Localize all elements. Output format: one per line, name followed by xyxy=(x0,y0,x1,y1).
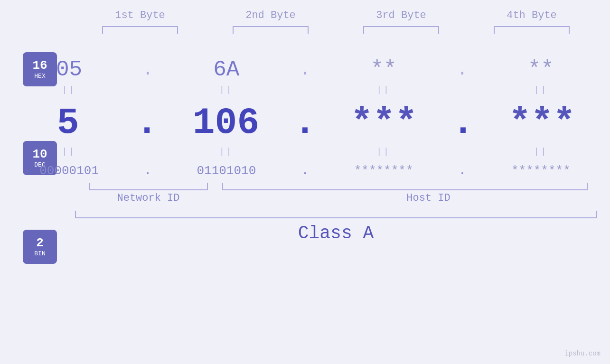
bin-b2-value: 01101010 xyxy=(197,164,256,178)
byte3-header: 3rd Byte xyxy=(336,9,467,21)
dec-dot1: . xyxy=(136,102,158,144)
bin-dot3-sym: . xyxy=(459,164,466,178)
eq1-b4: || xyxy=(472,85,610,94)
bin-row: 00000101 . 01101010 . ******** . *******… xyxy=(0,164,610,178)
watermark: ipshu.com xyxy=(564,350,601,357)
network-id-label: Network ID xyxy=(75,192,222,204)
eq2-d1 xyxy=(138,147,157,156)
dec-byte4: *** xyxy=(474,102,610,144)
eq1-d3 xyxy=(453,85,472,94)
eq2-d3 xyxy=(453,147,472,156)
dec-byte2: 106 xyxy=(158,102,294,144)
hex-b4-value: ** xyxy=(528,57,554,82)
bin-dot1: . xyxy=(138,164,157,178)
dec-number: 10 xyxy=(32,148,47,160)
bracket-cell-4 xyxy=(467,26,597,34)
eq2-b1: || xyxy=(0,147,138,156)
hex-b1-value: 05 xyxy=(56,57,82,82)
bin-byte4: ******** xyxy=(472,164,610,178)
bin-dot3: . xyxy=(453,164,472,178)
hex-dot3: . xyxy=(453,60,472,80)
top-brackets-row xyxy=(75,26,597,34)
hex-b3-value: ** xyxy=(371,57,397,82)
top-bracket-1 xyxy=(102,26,178,34)
bin-byte2: 01101010 xyxy=(157,164,295,178)
full-bracket xyxy=(75,211,597,218)
top-bracket-4 xyxy=(494,26,570,34)
dec-dot2: . xyxy=(294,102,316,144)
hex-row: 05 . 6A . ** . ** xyxy=(0,57,610,82)
hex-dot1-sym: . xyxy=(142,60,153,80)
dec-b2-value: 106 xyxy=(193,102,259,144)
main-container: 16 HEX 10 DEC 2 BIN 1st Byte 2nd Byte 3r… xyxy=(0,0,610,364)
bin-b4-value: ******** xyxy=(511,164,571,178)
eq1-d1 xyxy=(138,85,157,94)
dec-dot3-sym: . xyxy=(452,102,474,144)
dec-row: 5 . 106 . *** . *** xyxy=(0,102,610,144)
dec-byte1: 5 xyxy=(0,102,136,144)
hex-dot3-sym: . xyxy=(457,60,468,80)
dec-b1-value: 5 xyxy=(57,102,79,144)
eq1-d2 xyxy=(296,85,315,94)
byte-headers-row: 1st Byte 2nd Byte 3rd Byte 4th Byte xyxy=(75,9,597,21)
id-labels-row: Network ID Host ID xyxy=(75,192,597,204)
eq2-b2: || xyxy=(157,147,295,156)
eq1-b3: || xyxy=(315,85,453,94)
base-badges: 16 HEX 10 DEC 2 BIN xyxy=(23,52,57,264)
top-bracket-3 xyxy=(363,26,439,34)
bin-byte3: ******** xyxy=(315,164,453,178)
bin-number: 2 xyxy=(36,237,44,249)
class-label: Class A xyxy=(298,223,374,243)
eq2-b4: || xyxy=(472,147,610,156)
dec-byte3: *** xyxy=(316,102,452,144)
hex-dot2: . xyxy=(296,60,315,80)
equals-row-1: || || || || xyxy=(0,85,610,94)
hex-byte1: 05 xyxy=(0,57,138,82)
dec-dot3: . xyxy=(452,102,474,144)
eq2-b3: || xyxy=(315,147,453,156)
dec-dot1-sym: . xyxy=(136,102,158,144)
dec-b4-value: *** xyxy=(509,102,575,144)
dec-b3-value: *** xyxy=(351,102,417,144)
top-bracket-2 xyxy=(233,26,309,34)
eq1-b2: || xyxy=(157,85,295,94)
bin-badge: 2 BIN xyxy=(23,230,57,264)
class-container: Class A xyxy=(75,223,597,243)
bin-dot2-sym: . xyxy=(301,164,309,178)
bracket-cell-3 xyxy=(336,26,467,34)
bottom-brackets-container xyxy=(75,183,597,190)
host-id-label: Host ID xyxy=(260,192,597,204)
full-bracket-container xyxy=(75,211,597,218)
bracket-gap xyxy=(208,183,222,190)
equals-row-2: || || || || xyxy=(0,147,610,156)
byte2-header: 2nd Byte xyxy=(206,9,336,21)
hex-dot2-sym: . xyxy=(300,60,310,80)
hex-byte3: ** xyxy=(315,57,453,82)
bin-label: BIN xyxy=(34,250,45,257)
bin-dot1-sym: . xyxy=(144,164,151,178)
byte4-header: 4th Byte xyxy=(467,9,597,21)
bracket-cell-1 xyxy=(75,26,206,34)
eq2-d2 xyxy=(296,147,315,156)
hex-byte4: ** xyxy=(472,57,610,82)
network-bracket xyxy=(89,183,208,190)
eq1-b1: || xyxy=(0,85,138,94)
bracket-cell-2 xyxy=(206,26,336,34)
bin-byte1: 00000101 xyxy=(0,164,138,178)
byte1-header: 1st Byte xyxy=(75,9,206,21)
hex-b2-value: 6A xyxy=(213,57,239,82)
bin-b3-value: ******** xyxy=(354,164,413,178)
hex-byte2: 6A xyxy=(157,57,295,82)
hex-dot1: . xyxy=(138,60,157,80)
dec-dot2-sym: . xyxy=(294,102,316,144)
host-bracket xyxy=(222,183,588,190)
bin-b1-value: 00000101 xyxy=(39,164,99,178)
bin-dot2: . xyxy=(296,164,315,178)
